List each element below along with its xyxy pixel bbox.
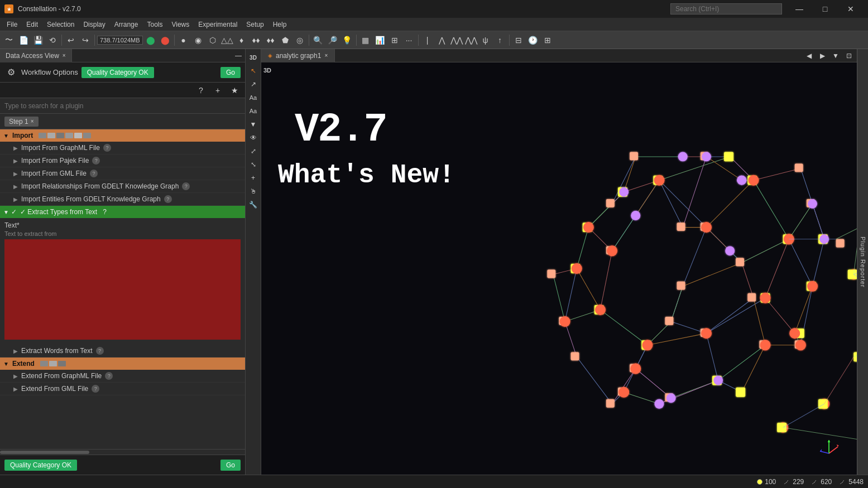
- tb-shape1[interactable]: ⬡: [206, 33, 219, 47]
- plugin-item-extend-graphml[interactable]: ▶ Extend From GraphML File ?: [0, 370, 245, 383]
- minimize-button[interactable]: —: [787, 0, 812, 18]
- plugin-help-icon[interactable]: ?: [105, 372, 113, 380]
- mid-arrow-down[interactable]: ▼: [247, 118, 260, 131]
- tb-shape7[interactable]: ◎: [293, 33, 306, 47]
- data-access-view-tab[interactable]: Data Access View ×: [0, 49, 72, 62]
- step-1-tab[interactable]: Step 1 ×: [4, 117, 39, 127]
- plugin-list-hscrollbar[interactable]: [0, 449, 245, 455]
- menu-selection[interactable]: Selection: [42, 20, 79, 30]
- plugin-help-icon[interactable]: ?: [92, 385, 99, 393]
- plugin-help-icon[interactable]: ?: [182, 182, 190, 190]
- help-icon-button[interactable]: ?: [195, 84, 207, 96]
- plugin-search-input[interactable]: [4, 102, 241, 110]
- tb-search2[interactable]: 🔎: [326, 33, 339, 47]
- tb-filter1[interactable]: ⋀: [435, 33, 449, 47]
- mid-eye-btn[interactable]: 👁: [247, 132, 260, 144]
- tb-filter2[interactable]: ⋀⋀: [450, 33, 463, 47]
- tb-filter4[interactable]: ψ: [479, 33, 492, 47]
- plugin-help-icon[interactable]: ?: [96, 347, 104, 355]
- menu-tools[interactable]: Tools: [142, 20, 167, 30]
- menu-help[interactable]: Help: [268, 20, 291, 30]
- tb-graph1[interactable]: ▦: [359, 33, 372, 47]
- mid-expand-btn[interactable]: ⤢: [247, 145, 260, 157]
- tb-c2[interactable]: ⬤: [159, 33, 172, 47]
- plugin-item-graphml[interactable]: ▶ Import From GraphML File ?: [0, 142, 245, 154]
- graph-tab-close[interactable]: ×: [324, 52, 328, 59]
- menu-file[interactable]: File: [2, 20, 22, 30]
- tb-dot1[interactable]: ●: [177, 33, 190, 47]
- tb-filter3[interactable]: ⋀⋀: [464, 33, 478, 47]
- plugin-help-icon[interactable]: ?: [164, 195, 172, 203]
- mid-arrow-ne[interactable]: ↗: [247, 78, 260, 90]
- graph-tab-analytic1[interactable]: ◈ analytic graph1 ×: [261, 49, 335, 62]
- global-search-input[interactable]: [670, 3, 782, 15]
- menu-views[interactable]: Views: [167, 20, 194, 30]
- tb-clock[interactable]: 🕐: [526, 33, 540, 47]
- tb-dots[interactable]: ···: [402, 33, 416, 47]
- mid-expand2-btn[interactable]: ⤡: [247, 158, 260, 171]
- import-section-header[interactable]: ▼ Import: [0, 129, 245, 142]
- tb-filter5[interactable]: ↑: [493, 33, 507, 47]
- maximize-button[interactable]: □: [812, 0, 838, 18]
- tb-grid[interactable]: ⊞: [388, 33, 401, 47]
- tb-redo[interactable]: ↪: [79, 33, 92, 47]
- graph-restore[interactable]: ⊡: [843, 50, 855, 61]
- close-button[interactable]: ✕: [838, 0, 864, 18]
- plugin-item-pajek[interactable]: ▶ Import From Pajek File ?: [0, 154, 245, 167]
- plugin-item-gdelt-rel[interactable]: ▶ Import Relationships From GDELT Knowle…: [0, 180, 245, 193]
- tb-save[interactable]: 💾: [31, 33, 45, 47]
- menu-setup[interactable]: Setup: [242, 20, 268, 30]
- tb-search1[interactable]: 🔍: [311, 33, 325, 47]
- mid-3d-btn[interactable]: 3D: [247, 51, 260, 64]
- mid-text-aa2[interactable]: Aa: [247, 105, 260, 117]
- plugin-help-icon[interactable]: ?: [90, 170, 98, 177]
- panel-minimize-button[interactable]: —: [232, 49, 245, 62]
- bottom-quality-button[interactable]: Quality Category OK: [4, 460, 77, 471]
- extract-types-header[interactable]: ▼ ✓ ✓ Extract Types from Text ?: [0, 206, 245, 218]
- menu-display[interactable]: Display: [79, 20, 109, 30]
- plugin-item-gml[interactable]: ▶ Import From GML File ?: [0, 167, 245, 180]
- tb-open[interactable]: 📄: [17, 33, 30, 47]
- tb-dot2[interactable]: ◉: [191, 33, 205, 47]
- panel-tab-close[interactable]: ×: [63, 52, 66, 59]
- tb-refresh[interactable]: ⟲: [46, 33, 59, 47]
- tb-undo[interactable]: ↩: [64, 33, 78, 47]
- workflow-settings-button[interactable]: ⚙: [4, 66, 18, 79]
- graph-nav-next[interactable]: ▶: [817, 50, 828, 61]
- mid-wrench-btn[interactable]: 🔧: [247, 199, 260, 211]
- add-step-button[interactable]: +: [212, 84, 224, 96]
- step-1-close[interactable]: ×: [31, 118, 34, 124]
- tb-lamp[interactable]: 💡: [341, 33, 354, 47]
- tb-shape6[interactable]: ⬟: [279, 33, 292, 47]
- plugin-reporter-panel[interactable]: Plugin Reporter: [857, 49, 868, 475]
- tb-new[interactable]: 〜: [2, 33, 16, 47]
- menu-arrange[interactable]: Arrange: [110, 20, 143, 30]
- plugin-item-extract-words[interactable]: ▶ Extract Words from Text ?: [0, 345, 245, 357]
- tb-table[interactable]: ⊞: [541, 33, 554, 47]
- menu-experimental[interactable]: Experimental: [194, 20, 242, 30]
- tb-shape5[interactable]: ♦♦: [264, 33, 277, 47]
- mid-plus-btn[interactable]: +: [247, 172, 260, 184]
- tb-bar[interactable]: |: [421, 33, 434, 47]
- bottom-go-button[interactable]: Go: [220, 460, 241, 471]
- plugin-item-gdelt-ent[interactable]: ▶ Import Entities From GDELT Knowledge G…: [0, 193, 245, 206]
- extend-section-header[interactable]: ▼ Extend: [0, 357, 245, 370]
- hscrollbar-thumb[interactable]: [0, 451, 89, 454]
- tb-c1[interactable]: ⬤: [144, 33, 157, 47]
- tb-shape4[interactable]: ♦♦: [250, 33, 263, 47]
- plugin-item-extend-gml[interactable]: ▶ Extend From GML File ?: [0, 383, 245, 395]
- tb-shape2[interactable]: △△: [220, 33, 234, 47]
- menu-edit[interactable]: Edit: [22, 20, 42, 30]
- mid-arrow-nw[interactable]: ↖: [247, 65, 260, 77]
- go-button[interactable]: Go: [220, 67, 241, 78]
- plugin-help-icon[interactable]: ?: [92, 157, 100, 165]
- text-extract-input[interactable]: [4, 239, 241, 340]
- extract-help-icon[interactable]: ?: [103, 208, 107, 216]
- plugin-help-icon[interactable]: ?: [103, 144, 111, 152]
- mid-text-aa1[interactable]: Aa: [247, 91, 260, 104]
- graph-nav-down[interactable]: ▼: [830, 50, 841, 61]
- quality-category-button[interactable]: Quality Category OK: [81, 67, 154, 78]
- tb-grid2[interactable]: ⊟: [512, 33, 525, 47]
- tb-shape3[interactable]: ♦: [235, 33, 248, 47]
- graph-nav-prev[interactable]: ◀: [803, 50, 814, 61]
